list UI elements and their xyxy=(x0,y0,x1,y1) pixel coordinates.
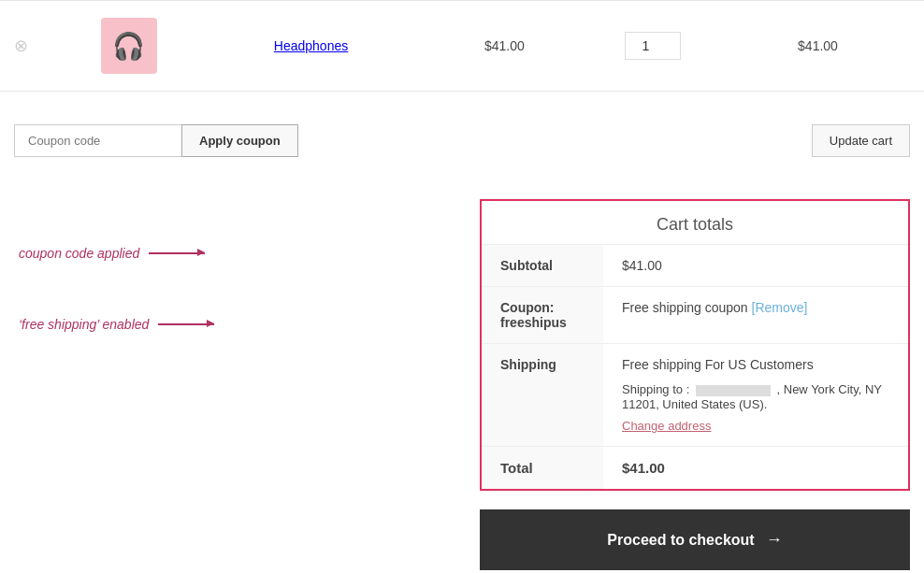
cart-totals-section: coupon code applied ‘free shipping’ enab… xyxy=(0,199,924,509)
shipping-row: Shipping Free shipping For US Customers … xyxy=(482,344,908,447)
cart-table: ⊗ 🎧 Headphones $41.00 $41.00 xyxy=(0,0,924,92)
product-image-cell: 🎧 xyxy=(87,1,260,92)
cart-row: ⊗ 🎧 Headphones $41.00 $41.00 xyxy=(0,1,924,92)
shipping-address-blur xyxy=(696,385,771,396)
annotation-coupon: coupon code applied xyxy=(19,246,214,261)
annotation-coupon-text: coupon code applied xyxy=(19,246,139,261)
coupon-left: Apply coupon xyxy=(14,124,298,157)
product-subtotal: $41.00 xyxy=(784,1,924,92)
coupon-row: Apply coupon Update cart xyxy=(0,110,924,171)
remove-coupon-link[interactable]: [Remove] xyxy=(752,300,808,315)
annotation-shipping-arrow xyxy=(158,323,214,325)
coupon-row-totals: Coupon: freeshipus Free shipping coupon … xyxy=(482,287,908,344)
coupon-label: Coupon: freeshipus xyxy=(482,287,603,344)
quantity-input[interactable] xyxy=(625,32,681,60)
product-name-cell: Headphones xyxy=(260,1,470,92)
checkout-label: Proceed to checkout xyxy=(607,532,754,549)
shipping-label: Shipping xyxy=(482,344,603,447)
annotation-shipping: ‘free shipping’ enabled xyxy=(19,317,214,332)
page-wrapper: ⊗ 🎧 Headphones $41.00 $41.00 xyxy=(0,0,924,573)
cart-totals-box: Cart totals Subtotal $41.00 Coupon: free… xyxy=(480,199,910,491)
totals-table: Subtotal $41.00 Coupon: freeshipus Free … xyxy=(482,244,908,489)
remove-item-button[interactable]: ⊗ xyxy=(14,36,28,55)
change-address-link[interactable]: Change address xyxy=(622,419,889,433)
product-image: 🎧 xyxy=(101,18,157,74)
free-shipping-text: Free shipping For US Customers xyxy=(622,357,889,372)
checkout-arrow: → xyxy=(766,530,783,550)
subtotal-value: $41.00 xyxy=(603,245,908,287)
update-cart-button[interactable]: Update cart xyxy=(812,124,910,157)
subtotal-row: Subtotal $41.00 xyxy=(482,245,908,287)
product-quantity-cell xyxy=(611,1,784,92)
annotation-coupon-arrow xyxy=(149,252,205,254)
total-row: Total $41.00 xyxy=(482,447,908,490)
headphone-icon: 🎧 xyxy=(112,31,145,62)
checkout-button[interactable]: Proceed to checkout → xyxy=(480,509,910,570)
annotation-shipping-text: ‘free shipping’ enabled xyxy=(19,317,149,332)
product-name-link[interactable]: Headphones xyxy=(274,38,348,53)
apply-coupon-button[interactable]: Apply coupon xyxy=(181,124,298,157)
cart-totals-title: Cart totals xyxy=(482,201,908,244)
checkout-section: Proceed to checkout → xyxy=(0,509,924,573)
subtotal-label: Subtotal xyxy=(482,245,603,287)
total-value: $41.00 xyxy=(603,447,908,490)
coupon-input[interactable] xyxy=(14,124,182,157)
annotations: coupon code applied ‘free shipping’ enab… xyxy=(19,246,214,332)
shipping-value: Free shipping For US Customers Shipping … xyxy=(603,344,908,447)
shipping-to-text: Shipping to : , New York City, NY 11201,… xyxy=(622,382,882,411)
coupon-value: Free shipping coupon [Remove] xyxy=(603,287,908,344)
total-label: Total xyxy=(482,447,603,490)
remove-cell: ⊗ xyxy=(0,1,87,92)
product-price: $41.00 xyxy=(470,1,611,92)
